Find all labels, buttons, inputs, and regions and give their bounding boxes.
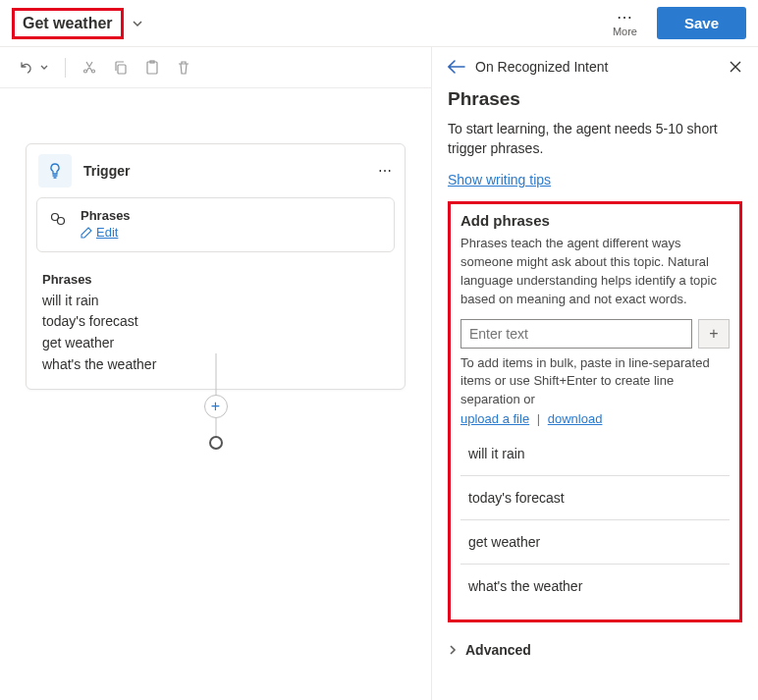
edit-phrases-link[interactable]: Edit — [81, 225, 118, 240]
add-phrases-title: Add phrases — [460, 212, 730, 229]
canvas-phrase: will it rain — [42, 291, 389, 312]
end-node — [209, 436, 223, 450]
advanced-label: Advanced — [465, 642, 531, 658]
phrases-icon — [49, 208, 67, 242]
paste-icon[interactable] — [144, 60, 160, 76]
add-phrases-section: Add phrases Phrases teach the agent diff… — [448, 201, 742, 622]
phrase-list-item[interactable]: what's the weather — [460, 565, 730, 608]
undo-dropdown-icon[interactable] — [39, 63, 49, 73]
bulk-help-text: To add items in bulk, paste in line-sepa… — [460, 354, 730, 410]
trigger-menu-button[interactable]: ⋯ — [378, 163, 393, 179]
phrase-list-item[interactable]: get weather — [460, 520, 730, 565]
advanced-section-toggle[interactable]: Advanced — [448, 634, 742, 666]
download-link[interactable]: download — [548, 411, 603, 426]
copy-icon[interactable] — [113, 60, 129, 76]
trigger-lightbulb-icon — [38, 154, 72, 188]
save-button[interactable]: Save — [657, 7, 746, 39]
ellipsis-icon: ⋯ — [617, 10, 632, 26]
pencil-icon — [81, 227, 92, 239]
back-arrow-icon[interactable] — [448, 60, 465, 74]
close-icon[interactable] — [729, 60, 742, 74]
upload-file-link[interactable]: upload a file — [460, 411, 529, 426]
phrase-list-item[interactable]: will it rain — [460, 432, 730, 476]
cut-icon[interactable] — [81, 60, 97, 76]
panel-description: To start learning, the agent needs 5-10 … — [448, 120, 742, 158]
writing-tips-link[interactable]: Show writing tips — [448, 172, 551, 188]
topic-title[interactable]: Get weather — [12, 8, 124, 39]
phrase-input[interactable] — [460, 319, 692, 349]
phrases-edit-card[interactable]: Phrases Edit — [36, 197, 395, 252]
add-node-button[interactable]: + — [204, 395, 228, 418]
panel-breadcrumb: On Recognized Intent — [475, 59, 719, 75]
canvas-phrase: today's forecast — [42, 311, 389, 333]
add-phrase-button[interactable]: + — [698, 319, 730, 349]
chevron-down-icon[interactable] — [132, 18, 143, 29]
panel-title: Phrases — [448, 88, 742, 110]
chevron-right-icon — [448, 644, 458, 656]
delete-icon[interactable] — [176, 60, 191, 76]
svg-point-4 — [58, 218, 65, 225]
svg-rect-0 — [118, 65, 126, 74]
more-button[interactable]: ⋯ More — [613, 10, 637, 37]
add-phrases-help: Phrases teach the agent different ways s… — [460, 235, 730, 308]
svg-rect-1 — [147, 62, 157, 74]
phrases-card-title: Phrases — [81, 208, 131, 223]
canvas-toolbar — [0, 47, 431, 88]
undo-icon[interactable] — [18, 60, 33, 76]
canvas-phrase: get weather — [42, 333, 389, 354]
topic-title-text: Get weather — [23, 15, 113, 32]
phrase-list-item[interactable]: today's forecast — [460, 476, 730, 520]
more-label: More — [613, 26, 637, 37]
trigger-title: Trigger — [83, 163, 366, 179]
